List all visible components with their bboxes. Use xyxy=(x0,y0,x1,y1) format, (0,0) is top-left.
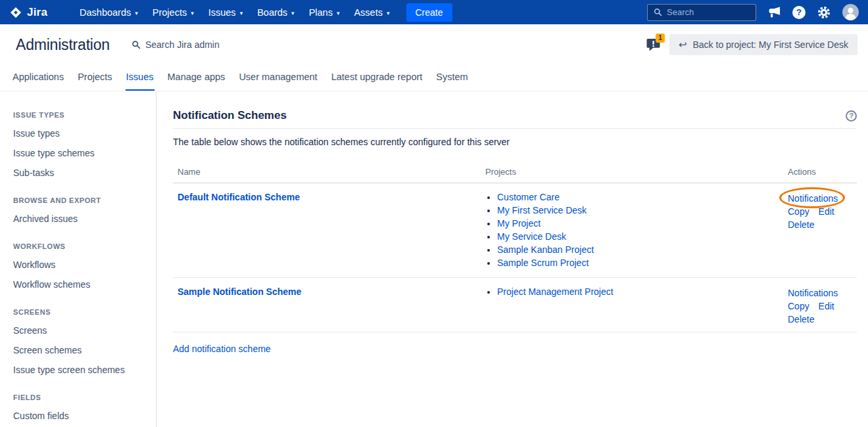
settings-gear-icon[interactable] xyxy=(817,5,831,20)
sidebar-section-fields: FIELDS Custom fields xyxy=(13,393,149,426)
navbar-search[interactable] xyxy=(647,4,756,21)
sidebar-section-screens: SCREENS Screens Screen schemes Issue typ… xyxy=(13,308,149,380)
search-icon xyxy=(654,8,662,16)
list-item: Sample Kanban Project xyxy=(497,245,779,258)
action-edit-link[interactable]: Edit xyxy=(819,206,834,217)
nav-item-plans[interactable]: Plans ▾ xyxy=(302,0,347,24)
nav-item-assets[interactable]: Assets ▾ xyxy=(347,0,397,24)
sidebar-section-title: FIELDS xyxy=(13,393,149,402)
back-to-project-label: Back to project: My First Service Desk xyxy=(692,39,848,50)
tab-user-management[interactable]: User management xyxy=(238,70,318,91)
chevron-down-icon: ▾ xyxy=(337,10,340,16)
project-link[interactable]: Project Management Project xyxy=(497,286,614,297)
sidebar-item-issue-type-schemes[interactable]: Issue type schemes xyxy=(13,143,149,163)
help-icon[interactable]: ? xyxy=(792,6,806,19)
admin-tab-bar: Applications Projects Issues Manage apps… xyxy=(0,64,868,91)
user-avatar[interactable] xyxy=(842,4,859,20)
nav-label: Projects xyxy=(153,7,187,18)
page-title: Administration xyxy=(16,36,110,54)
search-icon xyxy=(132,40,141,49)
column-header-actions: Actions xyxy=(783,164,857,183)
project-link[interactable]: My First Service Desk xyxy=(497,205,587,215)
tab-manage-apps[interactable]: Manage apps xyxy=(167,70,226,91)
list-item: My Service Desk xyxy=(497,232,779,245)
action-notifications-link[interactable]: Notifications xyxy=(788,193,838,204)
sidebar-item-issue-type-screen-schemes[interactable]: Issue type screen schemes xyxy=(13,360,149,380)
help-glyph: ? xyxy=(792,6,806,19)
tab-latest-upgrade-report[interactable]: Latest upgrade report xyxy=(331,70,423,91)
add-notification-scheme-link[interactable]: Add notification scheme xyxy=(173,344,271,354)
project-link[interactable]: My Project xyxy=(497,218,541,229)
sidebar-item-workflow-schemes[interactable]: Workflow schemes xyxy=(13,275,149,294)
tab-projects[interactable]: Projects xyxy=(77,70,112,91)
tab-system[interactable]: System xyxy=(435,70,468,91)
list-item: Customer Care xyxy=(497,192,779,206)
sidebar-item-sub-tasks[interactable]: Sub-tasks xyxy=(13,163,149,183)
back-to-project-button[interactable]: ↩ Back to project: My First Service Desk xyxy=(669,34,857,55)
chevron-down-icon: ▾ xyxy=(135,10,138,16)
nav-item-projects[interactable]: Projects ▾ xyxy=(145,0,201,24)
feedback-megaphone-icon[interactable] xyxy=(767,6,781,18)
chevron-down-icon: ▾ xyxy=(191,10,194,16)
sidebar-section-title: SCREENS xyxy=(13,308,149,317)
sidebar-item-issue-types[interactable]: Issue types xyxy=(13,124,149,143)
admin-search-label: Search Jira admin xyxy=(145,39,220,50)
jira-logo[interactable]: Jira xyxy=(9,6,47,19)
project-link[interactable]: Sample Kanban Project xyxy=(497,244,594,255)
list-item: Project Management Project xyxy=(497,287,779,300)
sidebar-section-title: BROWSE AND EXPORT xyxy=(13,196,149,205)
sidebar-section-title: ISSUE TYPES xyxy=(13,111,149,120)
section-help-icon[interactable]: ? xyxy=(846,110,857,122)
page: Jira Dashboards ▾ Projects ▾ Issues ▾ Bo… xyxy=(0,0,868,427)
tab-issues[interactable]: Issues xyxy=(126,70,155,91)
scheme-name-link[interactable]: Default Notification Scheme xyxy=(178,192,300,202)
navbar-search-input[interactable] xyxy=(667,7,750,17)
chevron-down-icon: ▾ xyxy=(240,10,243,16)
admin-sidebar: ISSUE TYPES Issue types Issue type schem… xyxy=(0,91,157,427)
column-header-name: Name xyxy=(173,164,481,183)
main-panel: Notification Schemes ? The table below s… xyxy=(157,91,868,427)
scheme-name-link[interactable]: Sample Notification Scheme xyxy=(178,286,301,297)
sidebar-item-archived-issues[interactable]: Archived issues xyxy=(13,209,149,229)
nav-item-boards[interactable]: Boards ▾ xyxy=(250,0,301,24)
table-row: Default Notification Scheme Customer Car… xyxy=(173,183,857,278)
list-item: My First Service Desk xyxy=(497,206,779,219)
admin-header: Administration Search Jira admin 1 ↩ Bac… xyxy=(0,24,868,64)
admin-search[interactable]: Search Jira admin xyxy=(132,39,220,50)
list-item: My Project xyxy=(497,219,779,232)
table-row: Sample Notification Scheme Project Manag… xyxy=(173,278,857,332)
action-delete-link[interactable]: Delete xyxy=(788,219,814,230)
action-notifications-link[interactable]: Notifications xyxy=(788,288,838,298)
brand-name: Jira xyxy=(27,6,47,19)
create-button[interactable]: Create xyxy=(406,3,452,22)
sidebar-section-title: WORKFLOWS xyxy=(13,242,149,251)
project-list: Customer Care My First Service Desk My P… xyxy=(485,192,779,271)
action-copy-link[interactable]: Copy xyxy=(788,206,809,217)
sidebar-item-screens[interactable]: Screens xyxy=(13,321,149,340)
nav-label: Assets xyxy=(354,7,383,18)
sidebar-item-screen-schemes[interactable]: Screen schemes xyxy=(13,340,149,360)
project-link[interactable]: Customer Care xyxy=(497,192,560,202)
nav-label: Plans xyxy=(309,7,333,18)
chevron-down-icon: ▾ xyxy=(291,10,295,16)
back-arrow-icon: ↩ xyxy=(679,39,687,49)
notification-count-badge: 1 xyxy=(656,34,665,43)
nav-label: Boards xyxy=(257,7,287,18)
nav-label: Issues xyxy=(208,7,236,18)
tab-applications[interactable]: Applications xyxy=(12,70,64,91)
section-description: The table below shows the notification s… xyxy=(173,137,857,147)
action-edit-link[interactable]: Edit xyxy=(819,301,834,311)
notification-schemes-table: Name Projects Actions Default Notificati… xyxy=(173,164,857,332)
project-link[interactable]: My Service Desk xyxy=(497,231,566,242)
top-navbar: Jira Dashboards ▾ Projects ▾ Issues ▾ Bo… xyxy=(0,0,868,24)
sidebar-item-workflows[interactable]: Workflows xyxy=(13,255,149,275)
nav-label: Dashboards xyxy=(80,7,131,18)
nav-item-issues[interactable]: Issues ▾ xyxy=(201,0,250,24)
project-list: Project Management Project xyxy=(485,287,779,300)
whats-new-icon[interactable]: 1 xyxy=(646,38,661,51)
action-delete-link[interactable]: Delete xyxy=(788,314,814,325)
action-copy-link[interactable]: Copy xyxy=(788,301,809,311)
sidebar-item-custom-fields[interactable]: Custom fields xyxy=(13,406,149,426)
nav-item-dashboards[interactable]: Dashboards ▾ xyxy=(72,0,145,24)
project-link[interactable]: Sample Scrum Project xyxy=(497,258,589,268)
